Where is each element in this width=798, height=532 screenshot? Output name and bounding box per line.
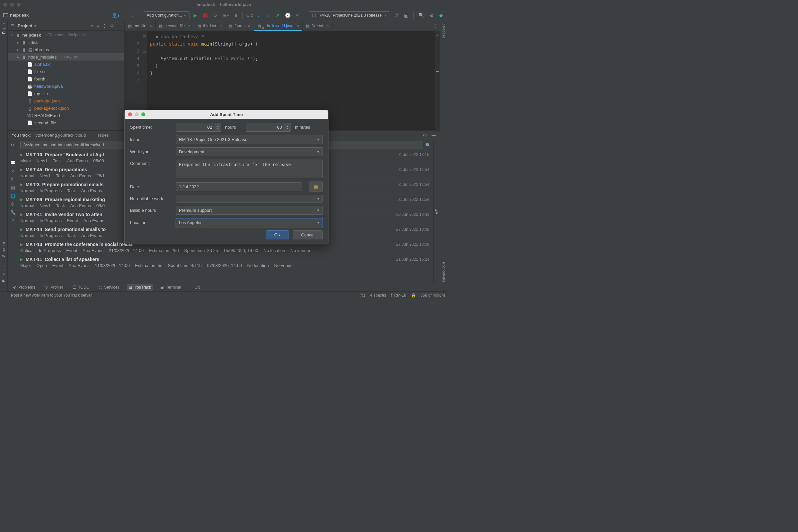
expand-arrow-icon[interactable]: ▶ <box>20 242 23 247</box>
tree-file[interactable]: 📄fixe.txt <box>8 68 125 75</box>
help-icon[interactable]: ? <box>12 218 14 224</box>
open-out-icon[interactable]: ↗ <box>11 169 15 174</box>
location-select[interactable]: Los Angeles▼ <box>176 218 323 227</box>
globe-icon[interactable]: 🌐 <box>10 193 16 198</box>
git-update-icon[interactable]: ↙ <box>256 13 262 18</box>
debug-icon[interactable]: 🐞 <box>201 13 209 18</box>
editor-tab[interactable]: ▤my_file× <box>125 21 156 31</box>
tab-git[interactable]: ᚶGit <box>188 284 202 291</box>
editor-tab[interactable]: ▤fourth× <box>225 21 254 31</box>
expand-all-icon[interactable]: ≡ <box>96 23 99 28</box>
close-icon[interactable]: × <box>220 24 222 28</box>
stack-icon[interactable]: ▤ <box>11 185 15 190</box>
run-config-selector[interactable]: RM-18: ProjectOne 2021.3 Release▾ <box>309 11 390 19</box>
stepper-arrows-icon[interactable]: ▲▼ <box>215 123 221 132</box>
tab-services[interactable]: ◎Services <box>97 284 121 291</box>
link-out-icon[interactable]: ⇱ <box>11 177 15 182</box>
close-icon[interactable]: × <box>297 24 299 28</box>
expand-arrow-icon[interactable]: ▶ <box>20 183 23 187</box>
comment-icon[interactable]: 💬 <box>10 160 16 165</box>
expand-arrow-icon[interactable]: ▶ <box>20 212 23 217</box>
expand-arrow-icon[interactable]: ▶ <box>20 197 23 202</box>
status-branch[interactable]: ᚶ RM-18 <box>391 293 406 298</box>
billable-select[interactable]: Premium support▼ <box>176 206 323 215</box>
stripe-database[interactable]: Database <box>442 23 446 38</box>
status-lock-icon[interactable]: 🔒 <box>411 293 416 298</box>
tree-file[interactable]: ☕helloworld.java <box>8 82 125 90</box>
tree-folder[interactable]: ▸▮.idea <box>8 39 125 46</box>
tab-youtrack[interactable]: ▦YouTrack <box>127 284 153 291</box>
jetbrains-logo-icon[interactable]: ◆ <box>438 13 444 18</box>
ok-button[interactable]: OK <box>266 230 289 240</box>
tree-file[interactable]: MDREADME.md <box>8 112 125 119</box>
tab-problems[interactable]: ⊘Problems <box>11 284 37 291</box>
tree-file[interactable]: {}package-lock.json <box>8 104 125 112</box>
run-anything-icon[interactable]: ▣ <box>403 13 410 18</box>
stopwatch-add-icon[interactable]: ⏱ <box>393 13 400 18</box>
yt-hide-icon[interactable]: — <box>432 133 436 138</box>
yt-server-link[interactable]: ytdemoeng.youtrack.cloud <box>36 133 86 138</box>
status-indent[interactable]: 4 spaces <box>370 293 386 298</box>
tw-gear-icon[interactable]: ⚙ <box>110 23 114 28</box>
collapse-icon[interactable]: ⋮ <box>102 23 107 28</box>
profile-icon[interactable]: ⊕▾ <box>222 13 230 18</box>
add-icon[interactable]: ＋ <box>11 151 15 157</box>
git-history-icon[interactable]: 🕘 <box>284 13 292 18</box>
expand-arrow-icon[interactable]: ▶ <box>20 168 23 172</box>
nonbillable-select[interactable]: ▼ <box>176 195 323 203</box>
editor-tab[interactable]: ▤fixe.txt× <box>303 21 332 31</box>
tree-file[interactable]: 📄fourth <box>8 75 125 82</box>
project-tree[interactable]: ▾ ▮ helpdesk ~/Documents/helpdesk ▸▮.ide… <box>8 31 125 130</box>
coverage-icon[interactable]: ⟳ <box>212 13 219 18</box>
git-push-icon[interactable]: ↗ <box>274 13 281 18</box>
yt-breadcrumb-issues[interactable]: Issues <box>96 133 109 138</box>
close-icon[interactable]: × <box>188 24 191 28</box>
tab-terminal[interactable]: ▣Terminal <box>158 284 183 291</box>
stripe-bookmarks[interactable]: Bookmarks <box>2 264 6 282</box>
dialog-titlebar[interactable]: Add Spent Time <box>125 110 328 119</box>
status-tooltip-icon[interactable]: ▭ <box>3 293 6 298</box>
tab-overflow-icon[interactable]: ⋮ <box>434 23 438 28</box>
tree-file[interactable]: 📄second_file <box>8 119 125 126</box>
stepper-arrows-icon[interactable]: ▲▼ <box>285 123 291 132</box>
status-memory[interactable]: 868 of 4096M <box>421 293 445 298</box>
stripe-project[interactable]: Project <box>2 23 6 34</box>
editor-overview-ruler[interactable]: ✓ <box>435 31 440 130</box>
stripe-structure[interactable]: Structure <box>2 242 6 257</box>
refresh-icon[interactable]: ⟳ <box>11 142 15 148</box>
tree-file[interactable]: 📄aloha.txt <box>8 60 125 68</box>
scroll-carets-icon[interactable]: ▶◀ <box>435 209 438 214</box>
calendar-button[interactable]: ▦ <box>309 182 323 191</box>
user-icon[interactable]: 👤▾ <box>110 13 121 18</box>
git-rollback-icon[interactable]: ↶ <box>294 13 301 18</box>
close-icon[interactable]: × <box>150 24 152 28</box>
wrench-icon[interactable]: 🔧 <box>10 210 16 215</box>
work-type-select[interactable]: Development▼ <box>176 147 323 156</box>
cancel-button[interactable]: Cancel <box>293 230 323 240</box>
issue-row[interactable]: ▶MKT-11 Collect a list of speakers21 Jun… <box>18 255 433 270</box>
issue-select[interactable]: RM-18: ProjectOne 2021.3 Release▼ <box>176 135 323 144</box>
add-configuration-button[interactable]: Add Configuration...▾ <box>143 11 190 19</box>
tree-file[interactable]: 📄my_file <box>8 90 125 97</box>
close-icon[interactable]: × <box>326 24 329 28</box>
date-input[interactable]: 1 Jul 2022 <box>176 182 302 191</box>
git-commit-icon[interactable]: ✓ <box>265 13 272 18</box>
tree-folder[interactable]: ▸▮node_moduleslibrary root <box>8 53 125 60</box>
build-hammer-icon[interactable]: ↘ <box>129 13 135 18</box>
comment-textarea[interactable]: Prepared the infrastructure for the rele… <box>176 159 323 178</box>
stop-icon[interactable]: ■ <box>233 13 239 18</box>
tree-file[interactable]: {}package.json <box>8 97 125 104</box>
editor-tab[interactable]: ▤helloworld.java× <box>254 21 303 31</box>
expand-arrow-icon[interactable]: ▶ <box>20 153 23 157</box>
yt-gear-icon[interactable]: ⚙ <box>423 133 427 138</box>
project-chip[interactable]: helpdesk <box>3 13 28 18</box>
status-caret-pos[interactable]: 7:1 <box>360 293 366 298</box>
editor-tab[interactable]: ▤third.txt× <box>194 21 225 31</box>
minutes-stepper[interactable]: 00 ▲▼ <box>246 123 291 132</box>
tab-todo[interactable]: ☲TODO <box>71 284 92 291</box>
project-tw-title[interactable]: Project▾ <box>18 23 37 28</box>
search-everywhere-icon[interactable]: 🔍 <box>417 13 425 18</box>
timer-icon[interactable]: ⏱ <box>11 202 15 207</box>
hide-tw-icon[interactable]: — <box>117 23 122 28</box>
hours-stepper[interactable]: 02 ▲▼ <box>176 123 221 132</box>
